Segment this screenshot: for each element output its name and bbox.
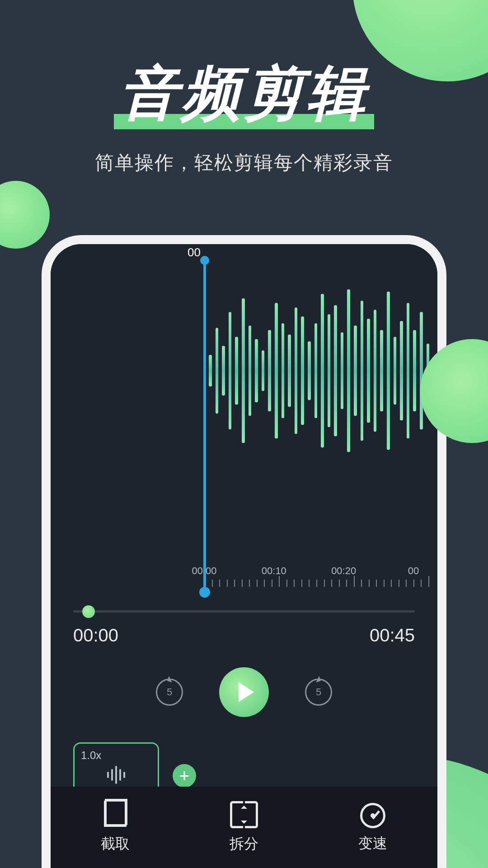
forward-5-button[interactable]: 5 <box>305 679 332 706</box>
seek-track <box>73 610 415 613</box>
rewind-arrow-icon <box>162 676 172 685</box>
crop-icon <box>101 801 129 829</box>
tool-label: 拆分 <box>230 834 258 854</box>
tool-crop[interactable]: 截取 <box>51 787 179 868</box>
playhead[interactable]: 00 00 <box>203 257 206 592</box>
title-text: 音频剪辑 <box>119 60 369 126</box>
time-display: 00:00 00:45 <box>73 625 415 646</box>
speed-icon <box>360 803 385 828</box>
tool-speed[interactable]: 变速 <box>309 787 437 868</box>
tool-label: 变速 <box>358 834 387 854</box>
waveform <box>209 276 429 466</box>
ruler-ticks <box>204 565 429 588</box>
plus-icon: + <box>179 766 189 786</box>
hero-subtitle: 简单操作，轻松剪辑每个精彩录音 <box>0 150 488 175</box>
hero-heading: 音频剪辑 简单操作，轻松剪辑每个精彩录音 <box>0 54 488 175</box>
playback-controls: 5 5 <box>51 667 437 717</box>
seek-thumb[interactable] <box>82 605 95 618</box>
rewind-5-button[interactable]: 5 <box>156 679 183 706</box>
tool-label: 截取 <box>101 834 130 854</box>
split-icon <box>230 801 258 829</box>
seek-slider[interactable] <box>73 610 415 613</box>
current-time: 00:00 <box>73 625 118 646</box>
phone-screen: 00 00 00:0000:1000:2000 00:00 00:45 5 <box>51 244 437 868</box>
phone-frame: 00 00 00:0000:1000:2000 00:00 00:45 5 <box>42 235 446 868</box>
time-ruler[interactable]: 00:0000:1000:2000 <box>204 565 429 588</box>
waveform-area[interactable]: 00 00 00:0000:1000:2000 <box>51 244 437 592</box>
clip-thumbnail-wave <box>81 764 151 786</box>
decor-circle <box>0 181 50 249</box>
play-button[interactable] <box>219 667 269 717</box>
add-clip-button[interactable]: + <box>173 764 196 788</box>
bottom-toolbar: 截取 拆分 变速 <box>51 787 437 868</box>
playhead-bottom-dot <box>199 587 210 598</box>
hero-title: 音频剪辑 <box>119 54 369 134</box>
playhead-label: 00 00 <box>188 235 206 259</box>
total-time: 00:45 <box>370 625 415 646</box>
rewind-amount: 5 <box>167 686 172 698</box>
forward-amount: 5 <box>316 686 321 698</box>
forward-arrow-icon <box>316 676 325 685</box>
tool-split[interactable]: 拆分 <box>179 787 308 868</box>
play-icon <box>239 682 254 702</box>
clip-playback-rate: 1.0x <box>81 749 151 762</box>
